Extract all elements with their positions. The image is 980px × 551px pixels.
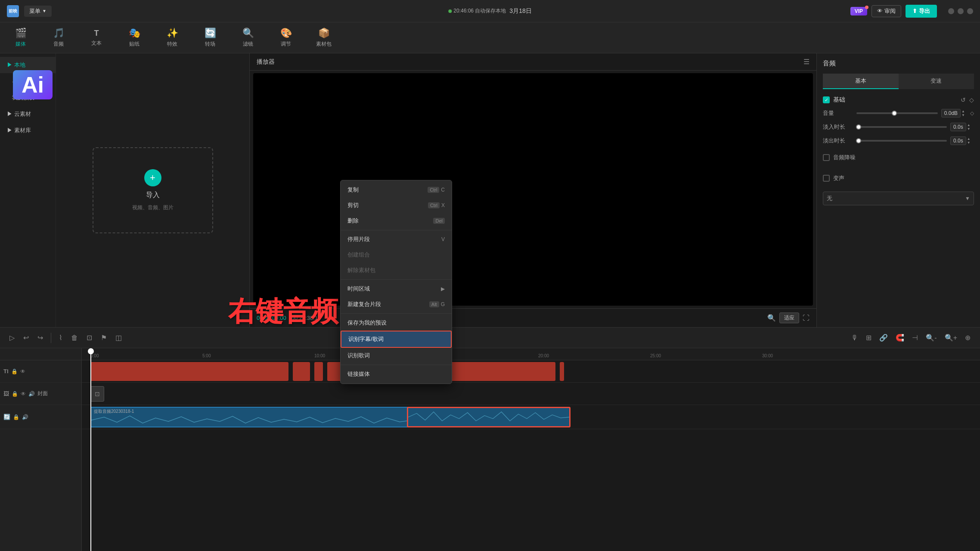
clip-6[interactable] xyxy=(560,362,564,381)
mic-icon[interactable]: 🎙 xyxy=(849,332,861,344)
section-checkbox[interactable] xyxy=(823,96,830,103)
menu-item-compound[interactable]: 新建复合片段 Alt G xyxy=(341,297,452,312)
volume-keyframe-icon[interactable]: ◇ xyxy=(970,110,974,116)
close-button[interactable] xyxy=(967,8,973,14)
track-row-2: ⊡ xyxy=(82,383,980,405)
voice-change-select[interactable]: 无 ▼ xyxy=(823,192,974,205)
fade-in-stepper[interactable]: ▲▼ xyxy=(967,123,971,131)
eye-icon-1[interactable]: 👁 xyxy=(20,368,25,375)
zoom-icon[interactable]: 🔍 xyxy=(767,314,776,322)
link-icon[interactable]: 🔗 xyxy=(877,332,890,344)
cover-clip[interactable]: ⊡ xyxy=(90,386,104,402)
tl-redo[interactable]: ↪ xyxy=(35,332,46,344)
volume-value: 0.0dB ▲▼ xyxy=(941,109,965,118)
toolbar-item-package[interactable]: 📦 素材包 xyxy=(312,28,336,48)
track-labels: TI 🔒 👁 🖼 🔒 👁 🔊 封面 🔄 🔒 🔊 xyxy=(0,348,82,551)
delete-tool[interactable]: 🗑 xyxy=(68,332,81,344)
menu-item-create-group: 创建组合 xyxy=(341,247,452,263)
menu-divider-4 xyxy=(341,365,452,365)
track-content: 0:00 5:00 10:00 15:00 20:00 25:00 30:00 xyxy=(82,348,980,551)
menu-item-copy[interactable]: 复制 Ctrl C xyxy=(341,182,452,198)
tl-undo[interactable]: ↩ xyxy=(21,332,31,344)
track-label-tt: TI 🔒 👁 xyxy=(0,360,81,383)
clip-2[interactable] xyxy=(293,362,310,381)
zoom-out[interactable]: 🔍- xyxy=(923,332,939,344)
import-area[interactable]: + 导入 视频、音频、图片 xyxy=(93,147,213,233)
audio-clip-highlighted[interactable] xyxy=(407,407,571,427)
menu-item-recognize-lyrics[interactable]: 识别歌词 xyxy=(341,348,452,363)
player-menu-icon[interactable]: ☰ xyxy=(803,58,809,66)
audio-icon-3[interactable]: 🔊 xyxy=(22,414,28,420)
select-tool[interactable]: ▷ xyxy=(7,332,17,344)
minimize-button[interactable] xyxy=(948,8,954,14)
toolbar-item-effects[interactable]: ✨ 特效 xyxy=(160,28,184,48)
eye-icon-2[interactable]: 👁 xyxy=(21,391,26,397)
clip-1[interactable] xyxy=(90,362,288,381)
audio-clip-main[interactable]: 提取音频20230318-1 xyxy=(90,407,413,427)
menu-button[interactable]: 菜单 ▼ xyxy=(24,6,52,17)
filter-icon: 🔍 xyxy=(242,28,254,39)
tl-tool3[interactable]: ⊡ xyxy=(84,332,95,344)
reset-icon[interactable]: ↺ xyxy=(961,96,966,103)
volume-slider[interactable] xyxy=(856,112,938,114)
toolbar-item-transition[interactable]: 🔄 转场 xyxy=(198,28,222,48)
menu-item-save-preset[interactable]: 保存为我的预设 xyxy=(341,315,452,331)
fullscreen-icon[interactable]: ⛶ xyxy=(803,314,809,322)
tl-align[interactable]: ⊣ xyxy=(909,332,921,344)
fade-in-slider[interactable] xyxy=(856,126,947,128)
toolbar: 🎬 媒体 🎵 音频 T 文本 🎭 贴纸 ✨ 特效 🔄 转场 🔍 滤镜 🎨 调节 … xyxy=(0,22,980,53)
toolbar-item-media[interactable]: 🎬 媒体 xyxy=(9,28,33,48)
menu-item-cut[interactable]: 剪切 Ctrl X xyxy=(341,198,452,213)
clip-3[interactable] xyxy=(314,362,323,381)
package-icon: 📦 xyxy=(318,28,330,39)
voice-change-checkbox[interactable] xyxy=(823,175,830,182)
flag-tool[interactable]: ⚑ xyxy=(98,332,109,344)
review-button[interactable]: 👁 审阅 xyxy=(871,5,901,17)
zoom-in[interactable]: 🔍+ xyxy=(942,332,960,344)
fade-out-value: 0.0s ▲▼ xyxy=(950,136,974,145)
lock-icon-1[interactable]: 🔒 xyxy=(11,368,18,375)
fade-out-stepper[interactable]: ▲▼ xyxy=(967,137,971,145)
clip-5[interactable] xyxy=(435,362,555,381)
playhead-head xyxy=(88,348,94,354)
menu-item-recognize-subtitle[interactable]: 识别字幕/歌词 xyxy=(341,331,452,348)
effects-icon: ✨ xyxy=(167,28,178,39)
magnet-icon[interactable]: 🧲 xyxy=(893,332,907,344)
text-icon: T xyxy=(94,29,99,38)
lock-icon-2[interactable]: 🔒 xyxy=(12,391,18,397)
noise-reduce-checkbox[interactable] xyxy=(823,154,830,161)
split-tool[interactable]: ⌇ xyxy=(56,332,65,344)
tl-tool5[interactable]: ◫ xyxy=(113,332,124,344)
diamond-icon[interactable]: ◇ xyxy=(969,96,974,103)
timeline-ruler: 0:00 5:00 10:00 15:00 20:00 25:00 30:00 xyxy=(82,348,980,360)
player-ctrl-icons: 🔍 适应 ⛶ xyxy=(767,313,809,323)
fade-out-slider[interactable] xyxy=(856,140,947,142)
menu-item-link-media[interactable]: 链接媒体 xyxy=(341,366,452,382)
import-plus-icon: + xyxy=(144,169,161,186)
vip-badge[interactable]: VIP xyxy=(850,7,867,15)
audio-icon-2[interactable]: 🔊 xyxy=(28,391,35,397)
snap-icon[interactable]: ⊞ xyxy=(863,332,874,344)
nav-item-library[interactable]: ▶ 素材库 xyxy=(0,122,56,139)
toolbar-item-adjust[interactable]: 🎨 调节 xyxy=(274,28,298,48)
nav-item-cloud[interactable]: ▶ 云素材 xyxy=(0,106,56,122)
toolbar-item-audio[interactable]: 🎵 音频 xyxy=(47,28,71,48)
playhead[interactable] xyxy=(90,348,91,551)
toolbar-item-text[interactable]: T 文本 xyxy=(84,29,109,47)
toolbar-item-filter[interactable]: 🔍 滤镜 xyxy=(236,28,260,48)
toolbar-item-sticker[interactable]: 🎭 贴纸 xyxy=(122,28,146,48)
tab-speed[interactable]: 变速 xyxy=(899,74,974,89)
menu-item-time-range[interactable]: 时间区域 ▶ xyxy=(341,281,452,297)
menu-item-disable[interactable]: 停用片段 V xyxy=(341,232,452,247)
fit-button[interactable]: 适应 xyxy=(779,313,799,323)
menu-item-delete[interactable]: 删除 Del xyxy=(341,213,452,229)
tl-expand[interactable]: ⊕ xyxy=(962,332,973,344)
volume-row: 音量 0.0dB ▲▼ ◇ xyxy=(823,109,974,118)
export-button[interactable]: ⬆ 导出 xyxy=(906,5,937,18)
lock-icon-3[interactable]: 🔒 xyxy=(13,414,19,420)
tab-basic[interactable]: 基本 xyxy=(823,74,899,89)
timeline: ▷ ↩ ↪ ⌇ 🗑 ⊡ ⚑ ◫ 🎙 ⊞ 🔗 🧲 ⊣ 🔍- 🔍+ ⊕ TI xyxy=(0,327,980,551)
volume-stepper[interactable]: ▲▼ xyxy=(961,109,965,117)
maximize-button[interactable] xyxy=(958,8,964,14)
track-label-cover: 🖼 🔒 👁 🔊 封面 xyxy=(0,383,81,405)
